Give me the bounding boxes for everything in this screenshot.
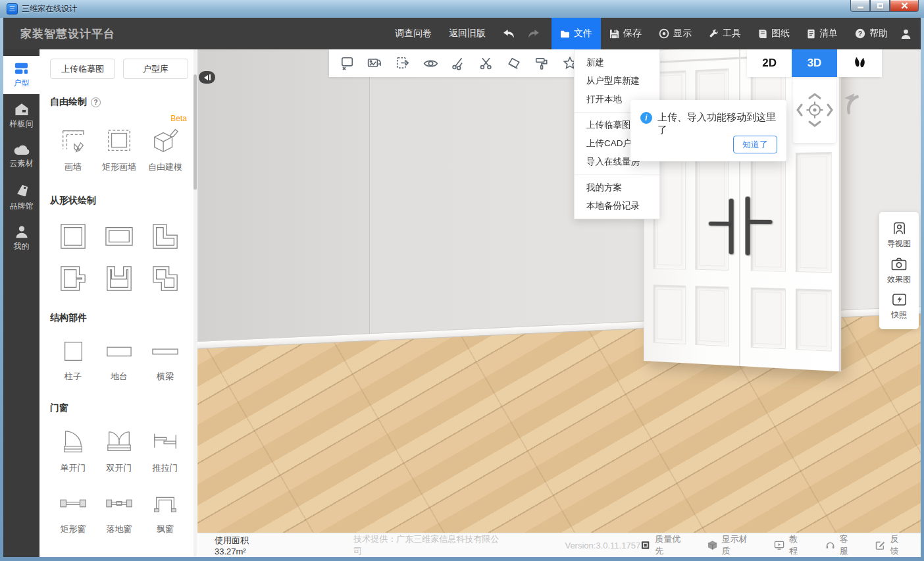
menu-item-new[interactable]: 新建 (575, 53, 659, 72)
undo-icon[interactable] (503, 29, 515, 39)
close-icon (901, 2, 908, 9)
shape-rect-icon[interactable] (104, 223, 134, 250)
sidebar-item-showroom[interactable]: 样板间 (3, 97, 39, 135)
menu-save[interactable]: 保存 (601, 18, 650, 49)
window-maximize-button[interactable] (870, 0, 890, 12)
cloud-assets-icon (14, 144, 30, 155)
menu-item-new-from-library[interactable]: 从户型库新建 (575, 72, 659, 90)
menu-file[interactable]: 文件 (552, 18, 601, 49)
menu-save-label: 保存 (623, 28, 642, 40)
got-it-button[interactable]: 知道了 (733, 136, 777, 153)
folder-icon (560, 30, 570, 38)
user-avatar-icon[interactable] (900, 28, 911, 40)
shape-z-icon[interactable] (150, 265, 180, 292)
window-minimize-button[interactable] (850, 0, 870, 12)
menu-item-my-plans[interactable]: 我的方案 (575, 178, 659, 197)
view-3d-button[interactable]: 3D (792, 49, 836, 77)
provider-text: 技术提供：广东三维家信息科技有限公司 (353, 533, 502, 557)
tool-double-door[interactable]: 双开门 (96, 429, 142, 474)
menu-divider (575, 174, 659, 175)
tool-draw-wall[interactable]: 画墙 (50, 126, 96, 173)
shape-t-icon[interactable] (58, 265, 88, 292)
service-headset-icon (825, 540, 835, 550)
3d-viewport[interactable]: 2D 3D (197, 49, 921, 557)
tools-icon (709, 29, 719, 39)
snapshot-button[interactable]: 快照 (879, 288, 919, 324)
show-material-button[interactable]: 显示材质 (707, 533, 754, 557)
customer-service-button[interactable]: 客服 (825, 533, 856, 557)
bay-window-icon (150, 490, 180, 518)
redo-icon[interactable] (527, 29, 540, 39)
tool-column[interactable]: 柱子 (50, 338, 96, 383)
menu-list-label: 清单 (819, 28, 838, 40)
floorplan-library-button[interactable]: 户型库 (123, 59, 188, 79)
material-cube-icon (707, 540, 717, 550)
sidebar-item-brands[interactable]: 品牌馆 (3, 178, 39, 217)
brand-title: 家装智慧设计平台 (20, 26, 115, 41)
sidebar-item-cloud-assets[interactable]: 云素材 (3, 138, 39, 176)
marquee-select-icon[interactable] (336, 52, 358, 74)
pan-left-button[interactable] (796, 103, 804, 117)
showroom-icon (14, 103, 29, 116)
profile-icon (14, 225, 29, 238)
feature-moved-popover: 上传、导入功能移动到这里了 知道了 (630, 100, 786, 161)
view-2d-button[interactable]: 2D (747, 49, 792, 77)
guide-view-button[interactable]: 导视图 (879, 217, 919, 253)
tool-bay-window[interactable]: 飘窗 (142, 490, 188, 535)
cut-wall-icon[interactable] (447, 52, 469, 74)
panel-scrollbar-thumb[interactable] (193, 74, 197, 190)
quality-priority-button[interactable]: 质量优先 (640, 533, 687, 557)
menu-file-label: 文件 (574, 28, 592, 40)
shape-square-icon[interactable] (58, 223, 88, 250)
column-icon (58, 338, 88, 365)
menu-help[interactable]: ? 帮助 (846, 18, 896, 49)
eraser-icon[interactable] (503, 52, 525, 74)
left-iconbar: 户型 样板间 云素材 品牌馆 我的 (3, 49, 39, 557)
rotate-view-arrow-icon[interactable] (841, 92, 861, 117)
rail-label: 户型 (14, 78, 30, 89)
upload-sketch-button[interactable]: 上传临摹图 (50, 59, 115, 79)
walk-mode-button[interactable] (837, 49, 882, 77)
panel-collapse-button[interactable] (199, 71, 215, 84)
help-icon[interactable] (91, 97, 101, 107)
paint-roller-icon[interactable] (530, 52, 553, 74)
sidebar-item-mine[interactable]: 我的 (3, 219, 39, 257)
render-button[interactable]: 效果图 (879, 253, 919, 288)
tool-platform[interactable]: 地台 (96, 338, 142, 383)
pan-down-button[interactable] (808, 120, 822, 128)
visibility-icon[interactable] (419, 52, 442, 74)
sidebar-item-floorplan[interactable]: 户型 (3, 56, 39, 94)
tool-beam[interactable]: 横梁 (142, 338, 188, 383)
tool-floor-window[interactable]: 落地窗 (96, 490, 142, 535)
door-meeting-line (739, 49, 740, 366)
save-icon (609, 29, 619, 39)
tool-rect-wall[interactable]: 矩形画墙 (96, 126, 142, 173)
split-wall-icon[interactable] (475, 52, 498, 74)
maximize-icon (877, 3, 883, 9)
export-plan-icon[interactable] (392, 52, 414, 74)
sb-label: 客服 (840, 533, 856, 557)
tool-free-modeling[interactable]: Beta 自由建模 (142, 126, 188, 173)
recenter-target-icon[interactable] (805, 100, 825, 120)
window-titlebar[interactable]: 三 三维家在线设计 (0, 0, 924, 18)
shape-u-icon[interactable] (104, 265, 134, 292)
snapshot-icon (892, 292, 907, 307)
menu-item-local-backups[interactable]: 本地备份记录 (575, 197, 659, 215)
nav-survey-link[interactable]: 调查问卷 (395, 28, 432, 40)
pan-right-button[interactable] (826, 103, 834, 117)
menu-drawings[interactable]: 图纸 (750, 18, 798, 49)
menu-display[interactable]: 显示 (650, 18, 700, 49)
window-close-button[interactable] (890, 0, 919, 12)
feedback-button[interactable]: 反馈 (875, 533, 906, 557)
status-bar: 使用面积33.27m² 技术提供：广东三维家信息科技有限公司 Version:3… (197, 533, 921, 557)
pan-up-button[interactable] (808, 92, 822, 100)
tool-single-door[interactable]: 单开门 (50, 429, 96, 474)
image-import-icon[interactable] (363, 52, 386, 74)
tool-sliding-door[interactable]: 推拉门 (142, 429, 188, 474)
tutorial-button[interactable]: 教程 (774, 533, 806, 557)
menu-list[interactable]: 清单 (798, 18, 846, 49)
nav-return-old-link[interactable]: 返回旧版 (449, 28, 486, 40)
menu-tools[interactable]: 工具 (700, 18, 750, 49)
tool-rect-window[interactable]: 矩形窗 (50, 490, 96, 535)
shape-l-icon[interactable] (150, 223, 180, 250)
